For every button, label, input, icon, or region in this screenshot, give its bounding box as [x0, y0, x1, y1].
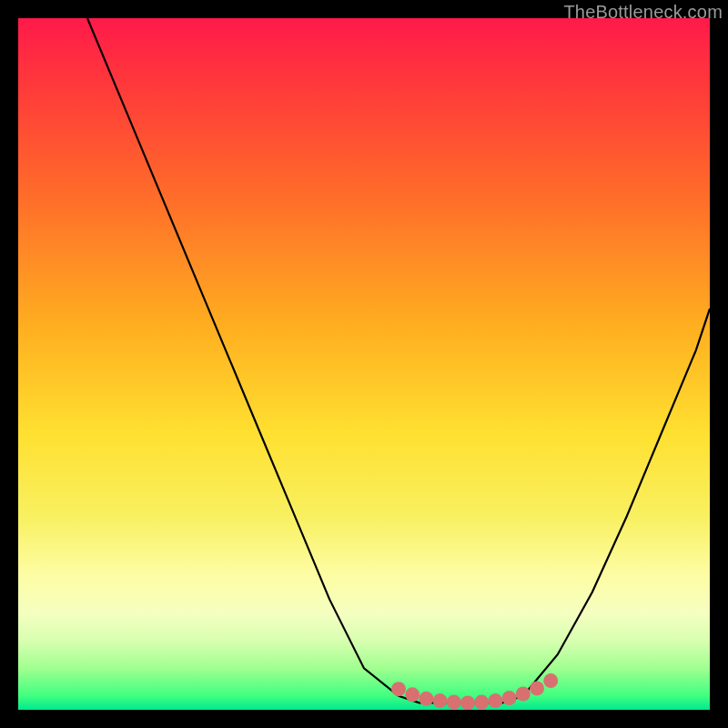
chart-frame: TheBottleneck.com: [0, 0, 728, 728]
plot-area: [18, 18, 710, 710]
bead-point: [474, 695, 489, 710]
bead-point: [433, 693, 448, 708]
bead-point: [543, 673, 558, 688]
bead-point: [502, 691, 517, 705]
bead-group: [391, 673, 558, 710]
bead-point: [460, 695, 475, 710]
bead-point: [488, 693, 502, 708]
curve-right: [523, 308, 710, 696]
bead-point: [405, 687, 420, 702]
curve-left: [87, 18, 399, 696]
bead-point: [530, 681, 544, 695]
bead-point: [419, 692, 433, 706]
bead-point: [391, 682, 406, 696]
bead-point: [447, 695, 461, 710]
curve-layer: [18, 18, 710, 710]
bead-point: [516, 687, 531, 702]
